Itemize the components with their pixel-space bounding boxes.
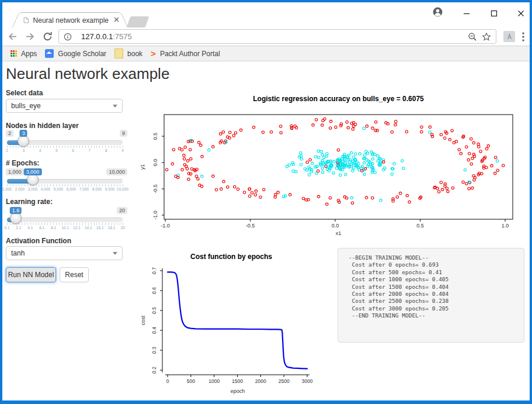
slider-handle[interactable] — [27, 174, 39, 185]
slider-tick — [36, 184, 37, 187]
epochs-slider-label: # Epochs: — [6, 159, 39, 167]
slider-tick — [123, 184, 123, 187]
nodes-slider-label: Nodes in hidden layer — [6, 122, 79, 130]
slider-tick-label: 7 — [89, 149, 91, 153]
slider-tick — [33, 146, 34, 148]
chevron-down-icon — [113, 105, 117, 108]
slider-tick — [88, 146, 89, 148]
slider-tick — [27, 146, 28, 148]
slider-tick — [22, 223, 22, 225]
slider-tick — [59, 223, 60, 225]
slider-tick — [33, 223, 34, 225]
slider-tick — [68, 184, 68, 187]
cost-curve — [168, 272, 307, 368]
scatter-points-group — [165, 118, 505, 205]
slider-tick — [50, 184, 51, 187]
tab-close-icon[interactable] — [113, 16, 120, 25]
slider-track[interactable] — [7, 217, 123, 222]
slider-tick — [56, 146, 57, 148]
maximize-button[interactable] — [488, 7, 500, 20]
learning-rate-slider[interactable]: 20 1.6 0.12.14.16.18.110.112.114.116.118… — [6, 207, 128, 233]
browser-tab[interactable]: Neural network example — [19, 12, 121, 28]
address-bar[interactable]: 127.0.0.1:7575 — [58, 29, 496, 44]
slider-tick — [30, 223, 31, 225]
slider-tick — [27, 184, 28, 187]
slider-max-badge: 10,000 — [106, 168, 127, 175]
slider-track[interactable] — [7, 179, 123, 184]
site-info-icon[interactable] — [64, 33, 72, 41]
slider-tick — [10, 184, 11, 187]
slider-tick — [47, 223, 48, 225]
slider-tick — [79, 146, 80, 148]
slider-tick — [68, 223, 68, 225]
slider-tick — [7, 223, 8, 225]
bookmark-book[interactable]: book — [114, 49, 142, 58]
slider-tick-label: 3,000 — [28, 187, 37, 191]
slider-handle[interactable] — [18, 135, 29, 147]
slider-tick — [88, 223, 89, 225]
bookmark-google-scholar[interactable]: Google Scholar — [45, 49, 106, 58]
slider-tick — [44, 223, 45, 225]
slider-tick — [16, 184, 16, 187]
slider-tick — [50, 223, 51, 225]
slider-tick — [65, 146, 65, 148]
profile-avatar-icon[interactable] — [431, 5, 444, 18]
slider-tick — [74, 146, 74, 148]
slider-tick — [39, 146, 39, 148]
slider-tick-label: 6 — [72, 149, 74, 153]
slider-tick — [44, 184, 45, 187]
slider-tick — [41, 146, 42, 148]
slider-tick — [99, 146, 100, 148]
bookmark-star-icon[interactable] — [482, 32, 491, 42]
slider-tick — [123, 223, 123, 225]
slider-tick — [74, 223, 74, 225]
slider-value-badge: 3 — [20, 130, 27, 137]
url-text[interactable]: 127.0.0.1:7575 — [81, 32, 132, 41]
slider-tick — [123, 146, 123, 148]
pdf-extension-icon[interactable] — [503, 31, 515, 42]
slider-tick — [53, 184, 54, 187]
slider-tick — [91, 146, 92, 148]
zoom-icon[interactable] — [468, 32, 477, 42]
slider-tick — [27, 223, 28, 225]
epochs-slider[interactable]: 1,000 10,000 3,000 1,0002,0003,0004,0005… — [6, 168, 128, 194]
apps-grid-icon — [11, 50, 17, 57]
slider-value-badge: 1.6 — [10, 207, 22, 214]
bookmark-apps[interactable]: Apps — [11, 50, 37, 58]
svg-text:2000: 2000 — [255, 378, 266, 384]
slider-tick — [62, 184, 62, 187]
activation-select[interactable]: tanh — [6, 246, 123, 260]
slider-tick — [41, 184, 42, 187]
menu-icon[interactable] — [522, 32, 524, 42]
packt-chevron-icon: > — [151, 49, 156, 58]
slider-tick — [99, 223, 100, 225]
slider-min-badge: 1,000 — [6, 168, 24, 175]
slider-tick — [96, 146, 97, 148]
slider-tick — [85, 184, 86, 187]
close-button[interactable] — [514, 7, 527, 20]
slider-tick — [53, 223, 54, 225]
slider-tick — [16, 146, 16, 148]
slider-tick — [82, 146, 83, 148]
slider-tick — [47, 146, 48, 148]
dataset-select[interactable]: bulls_eye — [6, 99, 123, 113]
forward-icon[interactable] — [22, 29, 37, 44]
slider-tick — [44, 146, 45, 148]
new-tab-button[interactable] — [127, 16, 149, 27]
slider-handle[interactable] — [10, 212, 22, 224]
refresh-icon[interactable] — [40, 29, 55, 44]
bookmark-packt[interactable]: > Packt Author Portal — [151, 49, 220, 58]
back-icon[interactable] — [5, 29, 20, 44]
bookmark-label: Google Scholar — [58, 50, 106, 58]
reset-button[interactable]: Reset — [60, 267, 89, 282]
slider-tick — [62, 146, 62, 148]
slider-max-badge: 9 — [120, 130, 127, 137]
slider-tick — [82, 223, 83, 225]
nodes-slider[interactable]: 2 9 3 23456789 — [6, 130, 128, 156]
run-model-button[interactable]: Run NN Model — [6, 267, 56, 282]
minimize-button[interactable] — [460, 7, 473, 20]
bookmark-label: book — [127, 50, 142, 58]
slider-tick — [50, 146, 51, 148]
slider-tick — [71, 146, 71, 148]
slider-tick — [111, 184, 112, 187]
